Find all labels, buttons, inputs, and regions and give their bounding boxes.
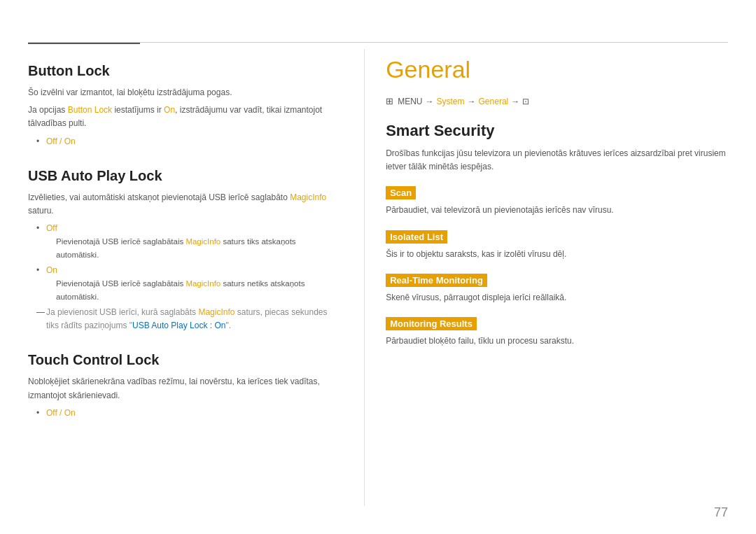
monitoring-results-title-badge: Monitoring Results [386,317,728,335]
button-lock-desc2-pre: Ja opcijas [28,105,68,115]
monitoring-results-title: Monitoring Results [386,317,477,330]
button-lock-desc2: Ja opcijas Button Lock iestatījums ir On… [28,104,329,130]
button-lock-title: Button Lock [28,63,329,79]
page-number: 77 [714,505,728,520]
scan-title-badge: Scan [386,186,728,204]
scan-section: Scan Pārbaudiet, vai televizorā un pievi… [386,186,728,217]
button-lock-link: Button Lock [68,105,112,115]
monitoring-results-desc: Pārbaudiet bloķēto failu, tīklu un proce… [386,335,728,348]
button-lock-desc1: Šo izvēlni var izmantot, lai bloķētu izs… [28,86,329,99]
smart-security-section: Smart Security Drošības funkcijas jūsu t… [386,122,728,174]
button-lock-desc2-mid: iestatījums ir [112,105,164,115]
smart-security-desc: Drošības funkcijas jūsu televizora un pi… [386,147,728,174]
usb-on-bullet: On Pievienotajā USB ierīcē saglabātais M… [36,264,329,303]
button-lock-bullets: Off / On [28,135,329,148]
touch-lock-bullets: Off / On [28,407,329,420]
usb-dash-bullet: Ja pievienosit USB ierīci, kurā saglabāt… [36,306,329,332]
usb-lock-desc1: Izvēlieties, vai automātiski atskaņot pi… [28,191,329,218]
usb-lock-bullets: Off Pievienotajā USB ierīcē saglabātais … [28,222,329,332]
breadcrumb-icon: ⊡ [522,97,529,106]
touch-lock-title: Touch Control Lock [28,352,329,368]
isolated-list-desc: Šis ir to objektu saraksts, kas ir izolē… [386,248,728,261]
top-divider [28,42,728,43]
monitoring-results-section: Monitoring Results Pārbaudiet bloķēto fa… [386,317,728,348]
usb-lock-section: USB Auto Play Lock Izvēlieties, vai auto… [28,168,329,333]
breadcrumb-menu: MENU [398,97,422,106]
breadcrumb: ⊞ MENU → System → General → ⊡ [386,96,728,106]
smart-security-title: Smart Security [386,122,728,140]
usb-off-label: Off [46,223,57,233]
touch-lock-desc: Nobloķējiet skārienekrāna vadības režīmu… [28,375,329,402]
usb-magicinfo-link1: MagicInfo [290,192,326,202]
right-column: General ⊞ MENU → System → General → ⊡ Sm… [372,49,728,506]
usb-off-bullet: Off Pievienotajā USB ierīcē saglabātais … [36,222,329,261]
touch-lock-section: Touch Control Lock Nobloķējiet skārienek… [28,352,329,420]
breadcrumb-sep2: → [468,97,476,106]
button-lock-section: Button Lock Šo izvēlni var izmantot, lai… [28,63,329,148]
left-column: Button Lock Šo izvēlni var izmantot, lai… [28,49,357,506]
breadcrumb-general: General [479,97,509,106]
usb-on-label: On [46,265,57,275]
breadcrumb-sep1: → [426,97,434,106]
usb-lock-title: USB Auto Play Lock [28,168,329,184]
usb-on-desc: Pievienotajā USB ierīcē saglabātais Magi… [46,277,329,303]
usb-off-desc: Pievienotajā USB ierīcē saglabātais Magi… [46,235,329,261]
button-lock-bullet: Off / On [46,136,76,146]
column-divider [364,49,365,506]
isolated-list-title-badge: Isolated List [386,230,728,248]
scan-desc: Pārbaudiet, vai televizorā un pievienota… [386,204,728,217]
breadcrumb-sep3: → [511,97,519,106]
isolated-list-section: Isolated List Šis ir to objektu saraksts… [386,230,728,261]
menu-icon: ⊞ [386,96,393,106]
realtime-title: Real-Time Monitoring [386,274,487,287]
realtime-desc: Skenē vīrusus, pārraugot displeja ierīci… [386,291,728,304]
scan-title: Scan [386,186,416,199]
breadcrumb-system: System [437,97,465,106]
page-title: General [386,56,728,83]
isolated-list-title: Isolated List [386,230,447,244]
usb-desc1-pre: Izvēlieties, vai automātiski atskaņot pi… [28,192,290,202]
touch-lock-bullet: Off / On [46,408,76,418]
usb-desc1-post: saturu. [28,206,54,216]
realtime-title-badge: Real-Time Monitoring [386,274,728,291]
realtime-section: Real-Time Monitoring Skenē vīrusus, pārr… [386,274,728,304]
button-lock-on-link: On [164,105,175,115]
